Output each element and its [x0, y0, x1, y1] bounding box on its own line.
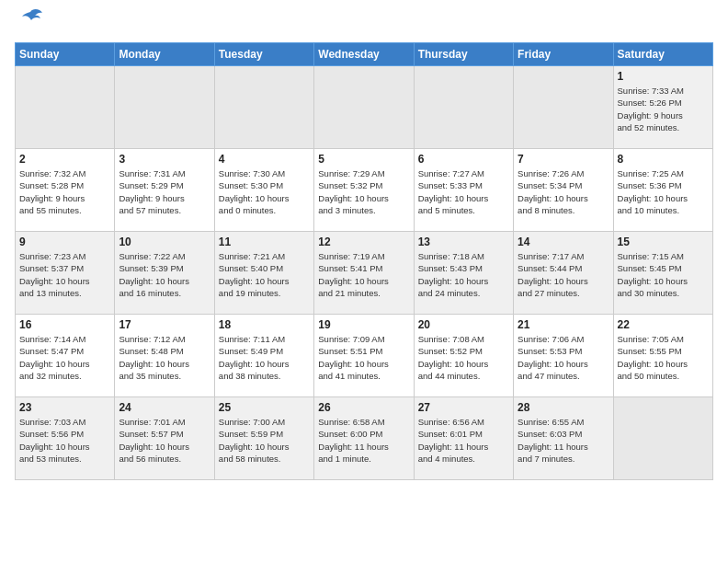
- day-info: Sunrise: 6:58 AM Sunset: 6:00 PM Dayligh…: [318, 416, 409, 465]
- day-info: Sunrise: 7:08 AM Sunset: 5:52 PM Dayligh…: [418, 333, 509, 382]
- day-info: Sunrise: 7:12 AM Sunset: 5:48 PM Dayligh…: [119, 333, 210, 382]
- day-info: Sunrise: 7:09 AM Sunset: 5:51 PM Dayligh…: [318, 333, 409, 382]
- day-info: Sunrise: 7:15 AM Sunset: 5:45 PM Dayligh…: [618, 250, 709, 299]
- calendar-cell: 3Sunrise: 7:31 AM Sunset: 5:29 PM Daylig…: [115, 149, 214, 232]
- calendar-header-row: SundayMondayTuesdayWednesdayThursdayFrid…: [16, 43, 713, 66]
- day-number: 1: [618, 70, 709, 83]
- calendar-cell: 15Sunrise: 7:15 AM Sunset: 5:45 PM Dayli…: [613, 232, 712, 315]
- calendar-cell: 12Sunrise: 7:19 AM Sunset: 5:41 PM Dayli…: [314, 232, 414, 315]
- calendar-cell: 8Sunrise: 7:25 AM Sunset: 5:36 PM Daylig…: [613, 149, 712, 232]
- calendar-cell: 7Sunrise: 7:26 AM Sunset: 5:34 PM Daylig…: [514, 149, 613, 232]
- day-info: Sunrise: 7:00 AM Sunset: 5:59 PM Dayligh…: [219, 416, 310, 465]
- weekday-header-friday: Friday: [514, 43, 613, 66]
- day-info: Sunrise: 7:23 AM Sunset: 5:37 PM Dayligh…: [19, 250, 110, 299]
- day-number: 23: [19, 401, 110, 414]
- calendar-cell: [514, 66, 613, 149]
- calendar-cell: 20Sunrise: 7:08 AM Sunset: 5:52 PM Dayli…: [414, 315, 513, 397]
- calendar-week-row: 16Sunrise: 7:14 AM Sunset: 5:47 PM Dayli…: [16, 315, 713, 397]
- day-number: 19: [318, 318, 409, 331]
- day-number: 20: [418, 318, 509, 331]
- calendar-table: SundayMondayTuesdayWednesdayThursdayFrid…: [15, 42, 713, 480]
- day-number: 14: [518, 236, 609, 248]
- calendar-week-row: 2Sunrise: 7:32 AM Sunset: 5:28 PM Daylig…: [16, 149, 713, 232]
- day-info: Sunrise: 6:55 AM Sunset: 6:03 PM Dayligh…: [518, 416, 609, 465]
- day-number: 26: [318, 401, 409, 414]
- day-number: 15: [618, 236, 709, 248]
- day-number: 28: [518, 401, 609, 414]
- day-number: 17: [119, 318, 210, 331]
- calendar-cell: 13Sunrise: 7:18 AM Sunset: 5:43 PM Dayli…: [414, 232, 513, 315]
- day-info: Sunrise: 7:03 AM Sunset: 5:56 PM Dayligh…: [19, 416, 110, 465]
- calendar-week-row: 23Sunrise: 7:03 AM Sunset: 5:56 PM Dayli…: [16, 397, 713, 480]
- calendar-cell: 17Sunrise: 7:12 AM Sunset: 5:48 PM Dayli…: [115, 315, 214, 397]
- day-info: Sunrise: 7:26 AM Sunset: 5:34 PM Dayligh…: [518, 167, 609, 216]
- calendar-cell: 21Sunrise: 7:06 AM Sunset: 5:53 PM Dayli…: [514, 315, 613, 397]
- calendar-cell: 16Sunrise: 7:14 AM Sunset: 5:47 PM Dayli…: [16, 315, 115, 397]
- day-number: 13: [418, 236, 509, 248]
- day-info: Sunrise: 7:32 AM Sunset: 5:28 PM Dayligh…: [19, 167, 110, 216]
- day-info: Sunrise: 7:27 AM Sunset: 5:33 PM Dayligh…: [418, 167, 509, 216]
- day-info: Sunrise: 7:25 AM Sunset: 5:36 PM Dayligh…: [618, 167, 709, 216]
- day-number: 12: [318, 236, 409, 248]
- day-number: 27: [418, 401, 509, 414]
- day-number: 4: [219, 153, 310, 166]
- calendar-cell: [414, 66, 513, 149]
- day-info: Sunrise: 7:19 AM Sunset: 5:41 PM Dayligh…: [318, 250, 409, 299]
- page-header: [15, 15, 713, 35]
- day-number: 6: [418, 153, 509, 166]
- day-number: 11: [219, 236, 310, 248]
- day-number: 9: [19, 236, 110, 248]
- calendar-cell: [16, 66, 115, 149]
- calendar-cell: [214, 66, 313, 149]
- weekday-header-tuesday: Tuesday: [214, 43, 313, 66]
- logo: [15, 15, 44, 35]
- day-number: 7: [518, 153, 609, 166]
- day-number: 16: [19, 318, 110, 331]
- calendar-cell: 22Sunrise: 7:05 AM Sunset: 5:55 PM Dayli…: [613, 315, 712, 397]
- day-number: 25: [219, 401, 310, 414]
- calendar-cell: 26Sunrise: 6:58 AM Sunset: 6:00 PM Dayli…: [314, 397, 414, 480]
- day-info: Sunrise: 7:18 AM Sunset: 5:43 PM Dayligh…: [418, 250, 509, 299]
- day-number: 5: [318, 153, 409, 166]
- day-info: Sunrise: 7:01 AM Sunset: 5:57 PM Dayligh…: [119, 416, 210, 465]
- logo-bird-icon: [17, 7, 44, 33]
- calendar-cell: 10Sunrise: 7:22 AM Sunset: 5:39 PM Dayli…: [115, 232, 214, 315]
- day-number: 21: [518, 318, 609, 331]
- day-info: Sunrise: 7:05 AM Sunset: 5:55 PM Dayligh…: [618, 333, 709, 382]
- calendar-cell: 5Sunrise: 7:29 AM Sunset: 5:32 PM Daylig…: [314, 149, 414, 232]
- day-info: Sunrise: 7:17 AM Sunset: 5:44 PM Dayligh…: [518, 250, 609, 299]
- day-info: Sunrise: 7:22 AM Sunset: 5:39 PM Dayligh…: [119, 250, 210, 299]
- day-info: Sunrise: 7:11 AM Sunset: 5:49 PM Dayligh…: [219, 333, 310, 382]
- day-number: 3: [119, 153, 210, 166]
- calendar-cell: [613, 397, 712, 480]
- calendar-cell: 18Sunrise: 7:11 AM Sunset: 5:49 PM Dayli…: [214, 315, 313, 397]
- calendar-week-row: 9Sunrise: 7:23 AM Sunset: 5:37 PM Daylig…: [16, 232, 713, 315]
- day-info: Sunrise: 7:06 AM Sunset: 5:53 PM Dayligh…: [518, 333, 609, 382]
- calendar-cell: 4Sunrise: 7:30 AM Sunset: 5:30 PM Daylig…: [214, 149, 313, 232]
- weekday-header-monday: Monday: [115, 43, 214, 66]
- day-number: 2: [19, 153, 110, 166]
- day-info: Sunrise: 7:29 AM Sunset: 5:32 PM Dayligh…: [318, 167, 409, 216]
- calendar-cell: [115, 66, 214, 149]
- day-number: 18: [219, 318, 310, 331]
- calendar-cell: 28Sunrise: 6:55 AM Sunset: 6:03 PM Dayli…: [514, 397, 613, 480]
- day-number: 24: [119, 401, 210, 414]
- calendar-cell: 11Sunrise: 7:21 AM Sunset: 5:40 PM Dayli…: [214, 232, 313, 315]
- day-info: Sunrise: 7:31 AM Sunset: 5:29 PM Dayligh…: [119, 167, 210, 216]
- day-info: Sunrise: 7:30 AM Sunset: 5:30 PM Dayligh…: [219, 167, 310, 216]
- weekday-header-sunday: Sunday: [16, 43, 115, 66]
- day-info: Sunrise: 6:56 AM Sunset: 6:01 PM Dayligh…: [418, 416, 509, 465]
- day-info: Sunrise: 7:21 AM Sunset: 5:40 PM Dayligh…: [219, 250, 310, 299]
- calendar-cell: 24Sunrise: 7:01 AM Sunset: 5:57 PM Dayli…: [115, 397, 214, 480]
- calendar-cell: 19Sunrise: 7:09 AM Sunset: 5:51 PM Dayli…: [314, 315, 414, 397]
- calendar-cell: 9Sunrise: 7:23 AM Sunset: 5:37 PM Daylig…: [16, 232, 115, 315]
- day-info: Sunrise: 7:14 AM Sunset: 5:47 PM Dayligh…: [19, 333, 110, 382]
- calendar-cell: [314, 66, 414, 149]
- calendar-cell: 27Sunrise: 6:56 AM Sunset: 6:01 PM Dayli…: [414, 397, 513, 480]
- calendar-week-row: 1Sunrise: 7:33 AM Sunset: 5:26 PM Daylig…: [16, 66, 713, 149]
- weekday-header-saturday: Saturday: [613, 43, 712, 66]
- calendar-cell: 23Sunrise: 7:03 AM Sunset: 5:56 PM Dayli…: [16, 397, 115, 480]
- calendar-cell: 25Sunrise: 7:00 AM Sunset: 5:59 PM Dayli…: [214, 397, 313, 480]
- calendar-cell: 14Sunrise: 7:17 AM Sunset: 5:44 PM Dayli…: [514, 232, 613, 315]
- weekday-header-thursday: Thursday: [414, 43, 513, 66]
